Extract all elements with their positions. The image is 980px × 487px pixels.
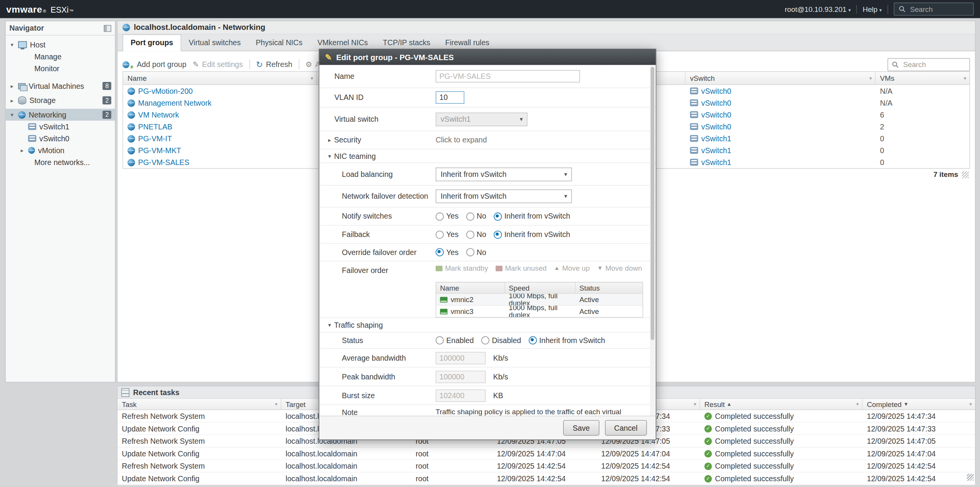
chevron-right-icon: ▸ bbox=[328, 137, 331, 143]
chevron-down-icon[interactable]: ▾ bbox=[11, 111, 18, 118]
tab-tcpip-stacks[interactable]: TCP/IP stacks bbox=[375, 35, 438, 51]
sidebar-item-storage[interactable]: ▸ Storage 2 bbox=[6, 95, 115, 106]
failover-detection-select[interactable]: Inherit from vSwitch ▼ bbox=[436, 190, 572, 203]
vswitch-link[interactable]: vSwitch0 bbox=[701, 122, 731, 131]
user-menu[interactable]: root@10.10.93.201▾ bbox=[785, 5, 851, 13]
failback-inherit-radio[interactable] bbox=[494, 230, 502, 239]
global-search-input[interactable] bbox=[909, 5, 961, 13]
column-header-vswitch[interactable]: vSwitch ▾ bbox=[686, 72, 875, 85]
column-header-vms[interactable]: VMs ▾ bbox=[875, 72, 969, 85]
traffic-shaping-section-toggle[interactable]: ▾ Traffic shaping bbox=[319, 318, 436, 332]
override-yes-radio[interactable] bbox=[436, 248, 444, 256]
notify-inherit-radio[interactable] bbox=[494, 212, 502, 220]
chevron-right-icon[interactable]: ▸ bbox=[11, 97, 18, 103]
sidebar-item-manage[interactable]: Manage bbox=[6, 51, 115, 62]
tab-firewall-rules[interactable]: Firewall rules bbox=[438, 35, 497, 51]
table-search[interactable] bbox=[887, 58, 970, 71]
failback-no-radio[interactable] bbox=[466, 230, 474, 239]
sidebar-item-more-networks[interactable]: More networks... bbox=[6, 156, 115, 168]
table-search-input[interactable] bbox=[902, 60, 967, 69]
column-menu-icon[interactable]: ▾ bbox=[694, 401, 696, 407]
tab-vmkernel-nics[interactable]: VMkernel NICs bbox=[310, 35, 376, 51]
click-to-expand-hint[interactable]: Click to expand bbox=[436, 136, 487, 144]
chevron-down-icon[interactable]: ▾ bbox=[11, 42, 18, 48]
failback-yes-radio[interactable] bbox=[436, 230, 444, 239]
port-group-link[interactable]: PG-vMotion-200 bbox=[138, 87, 193, 95]
column-header-task[interactable]: Task▾ bbox=[118, 399, 281, 410]
column-header-name[interactable]: Name ▾ bbox=[123, 72, 317, 85]
chevron-right-icon[interactable]: ▸ bbox=[11, 83, 18, 89]
resize-grip-icon[interactable] bbox=[962, 171, 969, 178]
column-header-result[interactable]: Result▲▾ bbox=[700, 399, 862, 410]
vswitch-link[interactable]: vSwitch1 bbox=[701, 158, 731, 167]
nic-teaming-section-toggle[interactable]: ▾ NIC teaming bbox=[319, 149, 436, 162]
status-inherit-radio[interactable] bbox=[529, 336, 537, 344]
chevron-right-icon[interactable]: ▸ bbox=[21, 147, 28, 153]
vswitch-link[interactable]: vSwitch0 bbox=[701, 110, 731, 119]
vlan-id-input[interactable] bbox=[436, 91, 464, 104]
status-disabled-radio[interactable] bbox=[481, 336, 489, 344]
refresh-button[interactable]: ↻ Refresh bbox=[256, 60, 292, 69]
sidebar-item-networking[interactable]: ▾ Networking 2 bbox=[6, 109, 115, 121]
status-enabled-radio[interactable] bbox=[436, 336, 444, 344]
scrollbar-thumb[interactable] bbox=[651, 67, 655, 340]
cancel-button[interactable]: Cancel bbox=[605, 420, 647, 436]
column-header-speed[interactable]: Speed bbox=[505, 283, 575, 293]
collapse-panel-icon[interactable] bbox=[104, 25, 111, 31]
nic-row[interactable]: vmnic3 1000 Mbps, full duplex Active bbox=[436, 305, 643, 317]
column-header-name[interactable]: Name bbox=[436, 283, 505, 293]
tab-physical-nics[interactable]: Physical NICs bbox=[248, 35, 310, 51]
average-bandwidth-input[interactable] bbox=[436, 351, 486, 364]
port-group-link[interactable]: PG-VM-MKT bbox=[138, 146, 181, 155]
dialog-scrollbar[interactable] bbox=[650, 65, 655, 415]
add-port-group-button[interactable]: + Add port group bbox=[122, 59, 186, 70]
sidebar-item-vmotion[interactable]: ▸ vMotion bbox=[6, 144, 115, 156]
vswitch-link[interactable]: vSwitch0 bbox=[701, 87, 731, 95]
port-group-link[interactable]: Management Network bbox=[138, 98, 212, 107]
sidebar-item-vswitch1[interactable]: vSwitch1 bbox=[6, 121, 115, 132]
sidebar-item-vswitch0[interactable]: vSwitch0 bbox=[6, 132, 115, 144]
vswitch-link[interactable]: vSwitch0 bbox=[701, 98, 731, 107]
nic-row[interactable]: vmnic2 1000 Mbps, full duplex Active bbox=[436, 294, 643, 305]
column-header-completed[interactable]: Completed▼▾ bbox=[862, 399, 975, 410]
task-row[interactable]: Update Network Config localhost.localdom… bbox=[118, 448, 975, 460]
port-group-link[interactable]: PNETLAB bbox=[138, 122, 172, 131]
column-menu-icon[interactable]: ▾ bbox=[275, 401, 278, 407]
help-menu[interactable]: Help▾ bbox=[863, 5, 882, 13]
move-down-button[interactable]: ▼Move down bbox=[597, 265, 642, 272]
sidebar-item-host[interactable]: ▾ Host bbox=[6, 39, 115, 51]
vswitch-link[interactable]: vSwitch1 bbox=[701, 146, 731, 155]
sidebar-item-monitor[interactable]: Monitor bbox=[6, 62, 115, 74]
column-menu-icon[interactable]: ▾ bbox=[310, 75, 313, 81]
sidebar-item-virtual-machines[interactable]: ▸ Virtual Machines 8 bbox=[6, 80, 115, 92]
column-menu-icon[interactable]: ▾ bbox=[964, 75, 967, 81]
edit-settings-button[interactable]: ✎ Edit settings bbox=[193, 60, 243, 69]
notify-no-radio[interactable] bbox=[466, 212, 474, 220]
burst-size-input[interactable] bbox=[436, 389, 486, 402]
global-search[interactable] bbox=[894, 3, 974, 16]
mark-unused-button[interactable]: Mark unused bbox=[496, 265, 547, 272]
column-menu-icon[interactable]: ▾ bbox=[969, 401, 972, 407]
resize-grip-icon[interactable] bbox=[967, 474, 974, 481]
override-no-radio[interactable] bbox=[466, 248, 474, 256]
task-row[interactable]: Refresh Network System localhost.localdo… bbox=[118, 460, 975, 473]
tab-virtual-switches[interactable]: Virtual switches bbox=[181, 35, 248, 51]
load-balancing-select[interactable]: Inherit from vSwitch ▼ bbox=[436, 167, 572, 181]
column-header-status[interactable]: Status bbox=[576, 283, 643, 293]
port-group-link[interactable]: PG-VM-SALES bbox=[138, 158, 189, 167]
column-menu-icon[interactable]: ▾ bbox=[869, 75, 872, 81]
virtual-switch-select[interactable]: vSwitch1 ▼ bbox=[436, 112, 528, 126]
port-group-link[interactable]: PG-VM-IT bbox=[138, 134, 172, 143]
mark-standby-button[interactable]: Mark standby bbox=[436, 265, 488, 272]
save-button[interactable]: Save bbox=[563, 420, 599, 436]
tab-port-groups[interactable]: Port groups bbox=[122, 34, 181, 51]
column-menu-icon[interactable]: ▾ bbox=[856, 401, 859, 407]
move-up-button[interactable]: ▲Move up bbox=[554, 265, 590, 272]
vswitch-link[interactable]: vSwitch1 bbox=[701, 134, 731, 143]
name-input[interactable] bbox=[436, 70, 580, 83]
peak-bandwidth-input[interactable] bbox=[436, 370, 486, 383]
task-row[interactable]: Update Network Config localhost.localdom… bbox=[118, 472, 975, 485]
port-group-link[interactable]: VM Network bbox=[138, 110, 179, 119]
notify-yes-radio[interactable] bbox=[436, 212, 444, 220]
security-section-toggle[interactable]: ▸ Security bbox=[319, 131, 436, 149]
